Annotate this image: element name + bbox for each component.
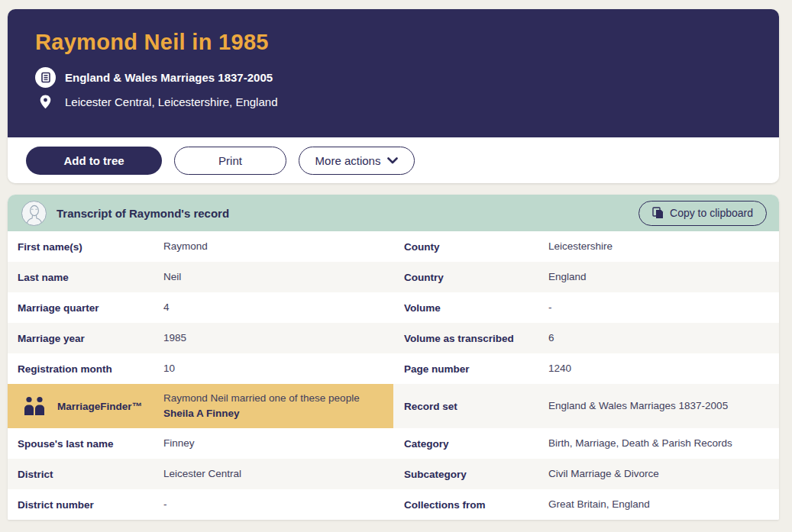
field-value: Great Britain, England <box>548 497 779 512</box>
field-label: Collections from <box>393 499 548 511</box>
field-label-text: District number <box>18 499 94 511</box>
copy-icon <box>652 207 664 219</box>
record-cell: District number- <box>8 489 393 520</box>
field-label-text: Spouse's last name <box>18 438 114 450</box>
field-value: Leicester Central <box>163 466 393 482</box>
field-label: First name(s) <box>8 241 163 253</box>
field-value: Finney <box>163 436 393 451</box>
field-value: 6 <box>548 330 779 346</box>
field-label: Registration month <box>8 363 163 375</box>
field-label: Marriage year <box>8 333 163 344</box>
record-row: District number-Collections fromGreat Br… <box>8 489 779 520</box>
transcript-card: Transcript of Raymond's record Copy to c… <box>8 195 779 520</box>
field-label: MarriageFinder™ <box>8 396 163 416</box>
record-header: Raymond Neil in 1985 England & Wales Mar… <box>8 9 779 137</box>
more-actions-button[interactable]: More actions <box>299 147 415 175</box>
record-row: Registration month10Page number1240 <box>8 353 779 384</box>
marriagefinder-spouse-name[interactable]: Sheila A Finney <box>163 406 384 421</box>
record-cell: CategoryBirth, Marriage, Death & Parish … <box>393 428 779 459</box>
field-label-text: Last name <box>18 272 69 283</box>
marriagefinder-text: Raymond Neil married one of these people <box>163 391 384 406</box>
record-set-row: England & Wales Marriages 1837-2005 <box>35 67 752 88</box>
location-pin-icon <box>35 95 56 109</box>
field-label-text: Volume as transcribed <box>404 333 514 344</box>
record-transcript-page: { "header": { "title": "Raymond Neil in … <box>0 0 792 532</box>
field-label: Last name <box>8 272 163 283</box>
field-label: Record set <box>393 401 548 412</box>
record-row: DistrictLeicester CentralSubcategoryCivi… <box>8 459 779 489</box>
field-label-text: Category <box>404 438 449 450</box>
record-cell: Marriage quarter4 <box>8 292 393 323</box>
field-label-text: Collections from <box>404 499 486 511</box>
record-row: Marriage quarter4Volume- <box>8 292 779 323</box>
record-cell: Record setEngland & Wales Marriages 1837… <box>393 384 779 428</box>
record-row: Spouse's last nameFinneyCategoryBirth, M… <box>8 428 779 459</box>
copy-to-clipboard-button[interactable]: Copy to clipboard <box>638 201 767 226</box>
record-set-name: England & Wales Marriages 1837-2005 <box>65 71 273 84</box>
add-to-tree-button[interactable]: Add to tree <box>26 147 162 175</box>
field-label: District <box>8 469 163 480</box>
record-cell: Volume- <box>393 292 779 323</box>
record-row: Last nameNeilCountryEngland <box>8 262 779 292</box>
field-value: 1240 <box>548 361 779 376</box>
record-cell: First name(s)Raymond <box>8 231 393 262</box>
field-value: Birth, Marriage, Death & Parish Records <box>548 436 779 451</box>
field-label-text: Page number <box>404 363 470 375</box>
field-label-text: Registration month <box>18 363 112 375</box>
field-label: Volume <box>393 302 548 314</box>
field-value: England & Wales Marriages 1837-2005 <box>548 398 779 414</box>
record-table: First name(s)RaymondCountyLeicestershire… <box>8 231 779 520</box>
field-label-text: District <box>18 469 53 480</box>
record-cell: Collections fromGreat Britain, England <box>393 489 779 520</box>
record-cell: Page number1240 <box>393 353 779 384</box>
field-label-text: County <box>404 241 440 253</box>
record-set-icon <box>35 67 56 88</box>
record-cell: Marriage year1985 <box>8 323 393 353</box>
record-cell: DistrictLeicester Central <box>8 459 393 489</box>
record-cell: CountyLeicestershire <box>393 231 779 262</box>
location-text: Leicester Central, Leicestershire, Engla… <box>65 95 277 108</box>
field-label-text: Volume <box>404 302 441 314</box>
field-value: - <box>548 300 779 315</box>
record-header-card: Raymond Neil in 1985 England & Wales Mar… <box>8 9 779 183</box>
two-people-icon <box>23 396 46 416</box>
field-value: 1985 <box>163 330 393 346</box>
field-label: Country <box>393 272 548 283</box>
record-cell: Volume as transcribed6 <box>393 323 779 353</box>
field-label: District number <box>8 499 163 511</box>
print-button[interactable]: Print <box>174 147 286 175</box>
field-label-text: Marriage year <box>18 333 85 344</box>
field-label-text: Record set <box>404 401 457 412</box>
record-cell: Last nameNeil <box>8 262 393 292</box>
field-label: Page number <box>393 363 548 375</box>
transcript-title: Transcript of Raymond's record <box>57 207 229 220</box>
field-label-text: Subcategory <box>404 469 467 480</box>
record-cell: MarriageFinder™Raymond Neil married one … <box>8 384 393 428</box>
record-cell: CountryEngland <box>393 262 779 292</box>
record-cell: Registration month10 <box>8 353 393 384</box>
record-cell: Spouse's last nameFinney <box>8 428 393 459</box>
record-cell: SubcategoryCivil Marriage & Divorce <box>393 459 779 489</box>
field-label: Category <box>393 438 548 450</box>
field-value: - <box>163 497 393 512</box>
field-label: County <box>393 241 548 253</box>
field-value: Leicestershire <box>548 239 779 254</box>
field-value: Raymond Neil married one of these people… <box>163 391 393 421</box>
field-value: Neil <box>163 269 393 285</box>
field-value: Civil Marriage & Divorce <box>548 466 779 482</box>
transcript-header: Transcript of Raymond's record Copy to c… <box>8 195 779 231</box>
field-label-text: First name(s) <box>18 241 82 253</box>
field-label: Subcategory <box>393 469 548 480</box>
field-value: 4 <box>163 300 393 315</box>
record-row: MarriageFinder™Raymond Neil married one … <box>8 384 779 428</box>
copy-to-clipboard-label: Copy to clipboard <box>670 207 753 219</box>
field-value: England <box>548 269 779 285</box>
chevron-down-icon <box>387 157 398 164</box>
more-actions-label: More actions <box>315 154 381 167</box>
record-row: First name(s)RaymondCountyLeicestershire <box>8 231 779 262</box>
field-label-text: Country <box>404 272 444 283</box>
field-value: Raymond <box>163 239 393 254</box>
location-row: Leicester Central, Leicestershire, Engla… <box>35 95 752 109</box>
page-title: Raymond Neil in 1985 <box>35 30 752 55</box>
field-label: Marriage quarter <box>8 302 163 314</box>
